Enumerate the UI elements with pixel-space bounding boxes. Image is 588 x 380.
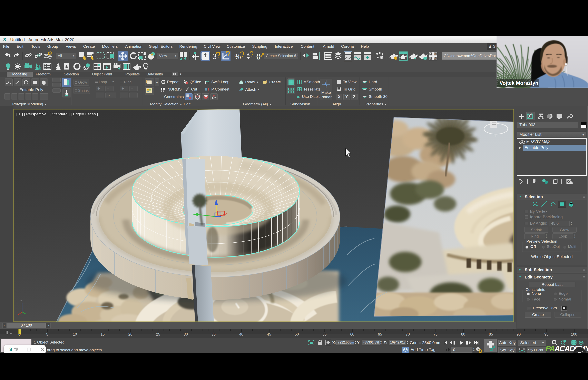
svg-text:A: A — [430, 57, 431, 59]
svg-text:z: z — [21, 300, 22, 303]
svg-text:A: A — [430, 53, 431, 55]
svg-text:B: B — [434, 57, 436, 59]
svg-text:{}: {} — [256, 53, 260, 59]
svg-text:%: % — [234, 52, 241, 61]
svg-text:[ + ] [ Perspective ] [ Standa: [ + ] [ Perspective ] [ Standard ] [ Edg… — [16, 112, 98, 116]
svg-text:B: B — [434, 53, 436, 55]
